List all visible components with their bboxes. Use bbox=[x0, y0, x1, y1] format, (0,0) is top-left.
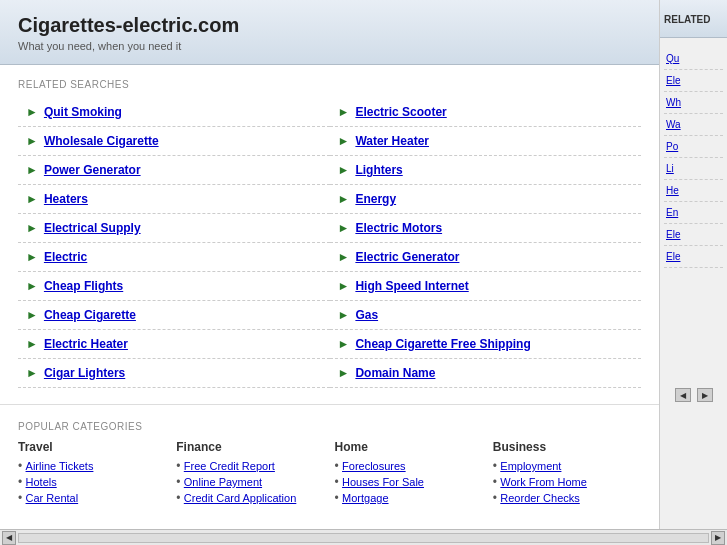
sidebar-link[interactable]: Ele bbox=[666, 75, 680, 86]
search-link[interactable]: Energy bbox=[355, 192, 396, 206]
category-link[interactable]: Reorder Checks bbox=[500, 492, 579, 504]
arrow-icon: ► bbox=[26, 221, 38, 235]
search-link[interactable]: Cheap Cigarette Free Shipping bbox=[355, 337, 530, 351]
horizontal-scrollbar-track[interactable] bbox=[18, 533, 709, 543]
category-link[interactable]: Houses For Sale bbox=[342, 476, 424, 488]
search-link[interactable]: Quit Smoking bbox=[44, 105, 122, 119]
search-link[interactable]: Power Generator bbox=[44, 163, 141, 177]
list-item: ► Electric Scooter bbox=[330, 98, 642, 127]
sidebar-header: RELATED bbox=[660, 0, 727, 38]
category-col-business: Business Employment Work From Home Reord… bbox=[493, 440, 641, 506]
scroll-right-button[interactable]: ▶ bbox=[697, 388, 713, 402]
search-link[interactable]: Electric Scooter bbox=[355, 105, 446, 119]
list-item: Ele bbox=[664, 224, 723, 246]
list-item: ► High Speed Internet bbox=[330, 272, 642, 301]
list-item: He bbox=[664, 180, 723, 202]
search-link[interactable]: Cheap Flights bbox=[44, 279, 123, 293]
sidebar-link[interactable]: En bbox=[666, 207, 678, 218]
sidebar-link[interactable]: Ele bbox=[666, 251, 680, 262]
arrow-icon: ► bbox=[26, 337, 38, 351]
search-link[interactable]: Cheap Cigarette bbox=[44, 308, 136, 322]
list-item: ► Gas bbox=[330, 301, 642, 330]
category-list: Free Credit Report Online Payment Credit… bbox=[176, 458, 324, 506]
list-item: Reorder Checks bbox=[493, 490, 641, 506]
list-item: ► Wholesale Cigarette bbox=[18, 127, 330, 156]
category-col-finance: Finance Free Credit Report Online Paymen… bbox=[176, 440, 324, 506]
category-title: Finance bbox=[176, 440, 324, 454]
search-link[interactable]: High Speed Internet bbox=[355, 279, 468, 293]
list-item: Ele bbox=[664, 70, 723, 92]
site-subtitle: What you need, when you need it bbox=[18, 40, 641, 52]
category-link[interactable]: Airline Tickets bbox=[26, 460, 94, 472]
list-item: ► Electric Motors bbox=[330, 214, 642, 243]
search-link[interactable]: Lighters bbox=[355, 163, 402, 177]
arrow-icon: ► bbox=[26, 163, 38, 177]
sidebar-link[interactable]: Wa bbox=[666, 119, 681, 130]
arrow-icon: ► bbox=[26, 192, 38, 206]
list-item: En bbox=[664, 202, 723, 224]
category-link[interactable]: Mortgage bbox=[342, 492, 388, 504]
search-link[interactable]: Electrical Supply bbox=[44, 221, 141, 235]
search-link[interactable]: Domain Name bbox=[355, 366, 435, 380]
list-item: Credit Card Application bbox=[176, 490, 324, 506]
search-link[interactable]: Electric Generator bbox=[355, 250, 459, 264]
site-title: Cigarettes-electric.com bbox=[18, 14, 641, 37]
arrow-icon: ► bbox=[26, 279, 38, 293]
arrow-icon: ► bbox=[338, 366, 350, 380]
search-link[interactable]: Wholesale Cigarette bbox=[44, 134, 159, 148]
list-item: ► Cheap Cigarette bbox=[18, 301, 330, 330]
category-link[interactable]: Car Rental bbox=[26, 492, 79, 504]
sidebar-link[interactable]: Wh bbox=[666, 97, 681, 108]
category-link[interactable]: Online Payment bbox=[184, 476, 262, 488]
list-item: Free Credit Report bbox=[176, 458, 324, 474]
category-list: Foreclosures Houses For Sale Mortgage bbox=[335, 458, 483, 506]
list-item: ► Electric Heater bbox=[18, 330, 330, 359]
search-link[interactable]: Water Heater bbox=[355, 134, 429, 148]
list-item: Po bbox=[664, 136, 723, 158]
right-sidebar: RELATED Qu Ele Wh Wa Po Li bbox=[659, 0, 727, 529]
category-link[interactable]: Foreclosures bbox=[342, 460, 406, 472]
related-section: RELATED SEARCHES ► Quit Smoking ► Electr… bbox=[0, 65, 659, 404]
sidebar-link[interactable]: He bbox=[666, 185, 679, 196]
list-item: ► Heaters bbox=[18, 185, 330, 214]
search-link[interactable]: Electric Motors bbox=[355, 221, 442, 235]
sidebar-link[interactable]: Ele bbox=[666, 229, 680, 240]
list-item: ► Cheap Flights bbox=[18, 272, 330, 301]
category-link[interactable]: Hotels bbox=[26, 476, 57, 488]
list-item: Employment bbox=[493, 458, 641, 474]
list-item: Houses For Sale bbox=[335, 474, 483, 490]
search-link[interactable]: Gas bbox=[355, 308, 378, 322]
list-item: Li bbox=[664, 158, 723, 180]
category-col-travel: Travel Airline Tickets Hotels Car Rental bbox=[18, 440, 166, 506]
scroll-left-button[interactable]: ◀ bbox=[675, 388, 691, 402]
list-item: ► Water Heater bbox=[330, 127, 642, 156]
list-item: Qu bbox=[664, 48, 723, 70]
search-link[interactable]: Heaters bbox=[44, 192, 88, 206]
list-item: Wa bbox=[664, 114, 723, 136]
category-col-home: Home Foreclosures Houses For Sale Mortga… bbox=[335, 440, 483, 506]
search-link[interactable]: Cigar Lighters bbox=[44, 366, 125, 380]
category-title: Business bbox=[493, 440, 641, 454]
arrow-icon: ► bbox=[338, 308, 350, 322]
category-title: Home bbox=[335, 440, 483, 454]
category-link[interactable]: Employment bbox=[500, 460, 561, 472]
arrow-icon: ► bbox=[26, 308, 38, 322]
list-item: ► Electric bbox=[18, 243, 330, 272]
arrow-icon: ► bbox=[338, 192, 350, 206]
category-link[interactable]: Work From Home bbox=[500, 476, 587, 488]
category-link[interactable]: Credit Card Application bbox=[184, 492, 297, 504]
scroll-left-button[interactable]: ◀ bbox=[2, 531, 16, 545]
sidebar-link[interactable]: Po bbox=[666, 141, 678, 152]
category-link[interactable]: Free Credit Report bbox=[184, 460, 275, 472]
search-link[interactable]: Electric bbox=[44, 250, 87, 264]
scroll-right-button[interactable]: ▶ bbox=[711, 531, 725, 545]
search-link[interactable]: Electric Heater bbox=[44, 337, 128, 351]
sidebar-link[interactable]: Qu bbox=[666, 53, 679, 64]
main-content: Cigarettes-electric.com What you need, w… bbox=[0, 0, 659, 529]
category-list: Employment Work From Home Reorder Checks bbox=[493, 458, 641, 506]
list-item: Mortgage bbox=[335, 490, 483, 506]
sidebar-link[interactable]: Li bbox=[666, 163, 674, 174]
list-item: ► Lighters bbox=[330, 156, 642, 185]
list-item: ► Energy bbox=[330, 185, 642, 214]
arrow-icon: ► bbox=[26, 250, 38, 264]
